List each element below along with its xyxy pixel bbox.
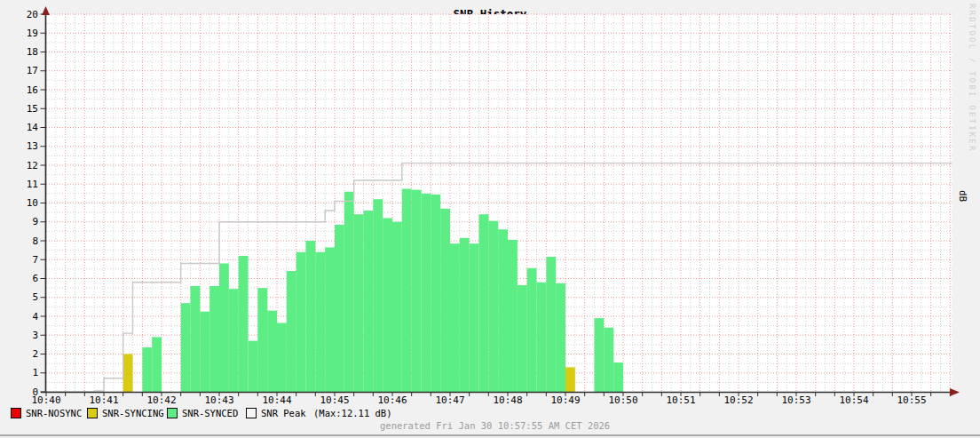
y-tick-label: 7: [12, 254, 38, 266]
y-tick-label: 1: [12, 367, 38, 378]
x-tick-label: 10:51: [660, 394, 701, 406]
legend-label: SNR-SYNCING: [102, 408, 164, 418]
syncing-color-swatch: [87, 408, 98, 418]
y-tick-label: 13: [12, 140, 38, 152]
x-tick-label: 10:41: [83, 394, 124, 406]
peak-color-swatch: [246, 408, 257, 418]
rrdtool-watermark: RRDTOOL / TOBI OETIKER: [968, 4, 976, 153]
x-tick-label: 10:52: [718, 394, 759, 406]
y-tick-label: 3: [12, 330, 38, 341]
x-tick-label: 10:43: [199, 394, 240, 406]
rrd-graph: SNR History 0123456789101112131415161718…: [0, 0, 980, 438]
x-tick-label: 10:44: [257, 394, 297, 406]
y-tick-label: 20: [12, 9, 38, 20]
y-tick-label: 15: [12, 103, 38, 115]
bottom-divider: [0, 434, 980, 436]
y-tick-label: 17: [12, 65, 38, 76]
legend-item-syncing: SNR-SYNCING: [87, 407, 164, 419]
y-tick-label: 6: [12, 273, 38, 284]
x-tick-label: 10:53: [776, 394, 817, 406]
y-tick-label: 5: [12, 291, 38, 303]
legend-label: SNR-SYNCED: [182, 408, 238, 418]
legend-label: SNR-NOSYNC: [26, 408, 82, 418]
y-axis-unit-label: dB: [957, 190, 968, 202]
legend: SNR-NOSYNC SNR-SYNCING SNR-SYNCED SNR Pe…: [0, 407, 980, 420]
y-tick-label: 11: [12, 179, 38, 190]
x-tick-label: 10:42: [141, 394, 182, 406]
nosync-color-swatch: [11, 408, 21, 418]
x-tick-label: 10:55: [891, 394, 932, 406]
x-tick-label: 10:50: [603, 394, 644, 406]
y-tick-label: 12: [12, 160, 38, 171]
y-tick-label: 18: [12, 46, 38, 58]
x-tick-label: 10:48: [487, 394, 528, 406]
legend-item-nosync: SNR-NOSYNC: [11, 407, 82, 419]
x-tick-label: 10:45: [314, 394, 355, 406]
y-tick-label: 8: [12, 235, 38, 247]
synced-color-swatch: [167, 408, 178, 418]
y-tick-label: 14: [12, 122, 38, 133]
y-tick-label: 9: [12, 216, 38, 227]
legend-item-peak: SNR Peak: [246, 407, 306, 419]
x-tick-label: 10:46: [372, 394, 413, 406]
y-tick-label: 10: [12, 197, 38, 209]
legend-item-synced: SNR-SYNCED: [167, 407, 238, 419]
x-tick-label: 10:49: [545, 394, 586, 406]
peak-max-note: (Max:12.11 dB): [313, 407, 392, 419]
x-tick-label: 10:40: [26, 394, 67, 406]
x-tick-label: 10:47: [430, 394, 470, 406]
legend-label: SNR Peak: [261, 408, 306, 418]
y-tick-label: 4: [12, 311, 38, 323]
y-tick-label: 19: [12, 28, 38, 39]
snr-chart-plot: [0, 0, 980, 438]
x-tick-label: 10:54: [834, 394, 874, 406]
y-tick-label: 16: [12, 84, 38, 96]
y-tick-label: 2: [12, 348, 38, 360]
generated-timestamp: generated Fri Jan 30 10:57:55 AM CET 202…: [380, 420, 610, 431]
